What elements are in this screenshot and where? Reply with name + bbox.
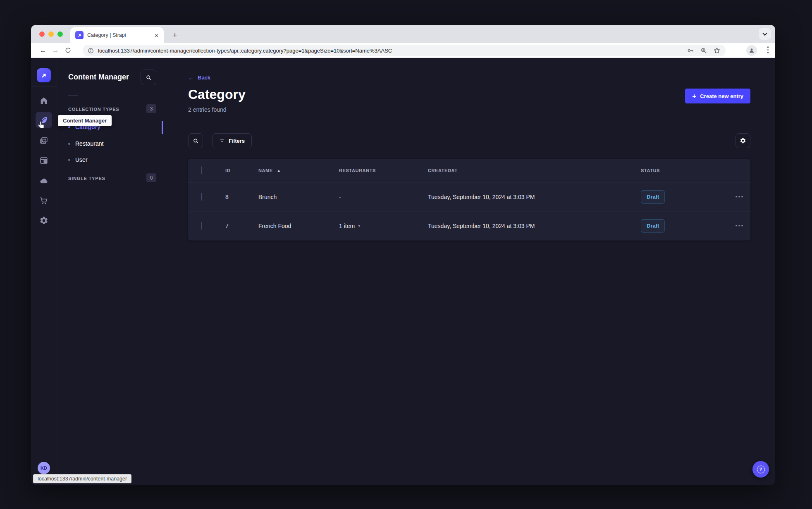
active-item-indicator bbox=[162, 121, 163, 134]
help-button[interactable]: ? bbox=[752, 461, 769, 478]
bookmark-star-icon[interactable] bbox=[713, 47, 721, 54]
filter-icon bbox=[219, 138, 225, 144]
column-header-createdat[interactable]: CREATEDAT bbox=[428, 168, 641, 173]
main-content: ← Back Category 2 entries found + Create… bbox=[163, 58, 775, 485]
create-new-entry-button[interactable]: + Create new entry bbox=[685, 89, 750, 103]
entries-count: 2 entries found bbox=[188, 106, 227, 113]
back-arrow-icon: ← bbox=[188, 74, 194, 81]
search-icon bbox=[193, 138, 199, 144]
table-row[interactable]: 7 French Food 1 item▾ Tuesday, September… bbox=[188, 211, 750, 240]
cell-createdat: Tuesday, September 10, 2024 at 3:03 PM bbox=[428, 223, 641, 229]
profile-avatar-icon[interactable] bbox=[746, 45, 757, 56]
strapi-app: KD Content Manager COLLECTION TYPES 3 Ca… bbox=[31, 58, 775, 485]
cell-name: Brunch bbox=[258, 194, 339, 200]
avatar-initials: KD bbox=[41, 466, 47, 471]
nav-media-library-button[interactable] bbox=[36, 132, 52, 149]
home-icon bbox=[39, 96, 48, 105]
subnav-title: Content Manager bbox=[68, 73, 129, 82]
shopping-cart-icon bbox=[39, 196, 48, 205]
plus-icon: + bbox=[692, 93, 696, 100]
bullet-icon bbox=[68, 159, 70, 161]
new-tab-button[interactable]: + bbox=[169, 29, 181, 41]
url-text[interactable]: localhost:1337/admin/content-manager/col… bbox=[98, 48, 687, 54]
bullet-icon bbox=[68, 126, 70, 128]
gear-icon bbox=[740, 137, 746, 144]
column-header-status[interactable]: STATUS bbox=[641, 168, 721, 173]
browser-tab-strip: Category | Strapi × + bbox=[31, 25, 775, 43]
nav-home-button[interactable] bbox=[36, 92, 52, 109]
strapi-favicon-icon bbox=[75, 31, 84, 39]
subnav-divider bbox=[68, 95, 78, 96]
table-row[interactable]: 8 Brunch - Tuesday, September 10, 2024 a… bbox=[188, 182, 750, 211]
browser-tab[interactable]: Category | Strapi × bbox=[70, 27, 164, 43]
zoom-window-button[interactable] bbox=[57, 31, 63, 37]
back-link[interactable]: ← Back bbox=[188, 74, 210, 81]
nav-divider bbox=[31, 86, 57, 86]
page-info-icon[interactable] bbox=[88, 48, 94, 54]
table-header-row: ID NAME▲ RESTAURANTS CREATEDAT STATUS bbox=[188, 159, 750, 182]
cell-id: 8 bbox=[225, 194, 258, 200]
list-search-button[interactable] bbox=[188, 133, 203, 148]
reload-button[interactable] bbox=[62, 47, 74, 54]
question-mark-icon: ? bbox=[757, 466, 765, 473]
back-button[interactable]: ← bbox=[37, 46, 49, 55]
cell-createdat: Tuesday, September 10, 2024 at 3:03 PM bbox=[428, 194, 641, 200]
row-checkbox[interactable] bbox=[201, 222, 202, 230]
cell-restaurants[interactable]: 1 item▾ bbox=[339, 223, 428, 229]
zoom-icon[interactable] bbox=[700, 47, 707, 54]
tab-strip-chevron-button[interactable] bbox=[759, 28, 771, 40]
tab-title: Category | Strapi bbox=[87, 32, 153, 38]
status-link-preview: localhost:1337/admin/content-manager bbox=[33, 474, 131, 483]
nav-tooltip: Content Manager bbox=[58, 115, 112, 126]
page-title: Category bbox=[188, 87, 246, 102]
nav-content-type-builder-button[interactable] bbox=[36, 152, 52, 169]
cloud-icon bbox=[39, 176, 48, 185]
column-header-restaurants[interactable]: RESTAURANTS bbox=[339, 168, 428, 173]
media-library-icon bbox=[39, 136, 48, 145]
nav-cloud-button[interactable] bbox=[36, 173, 52, 189]
nav-marketplace-button[interactable] bbox=[36, 192, 52, 209]
minimize-window-button[interactable] bbox=[48, 31, 54, 37]
column-header-id[interactable]: ID bbox=[225, 168, 258, 173]
row-actions-button[interactable] bbox=[736, 225, 750, 227]
close-window-button[interactable] bbox=[39, 31, 45, 37]
sort-ascending-icon: ▲ bbox=[277, 168, 281, 173]
status-badge: Draft bbox=[641, 190, 665, 204]
select-all-checkbox[interactable] bbox=[201, 166, 202, 174]
row-actions-button[interactable] bbox=[736, 196, 750, 198]
cell-name: French Food bbox=[258, 223, 339, 229]
sidebar-item-user[interactable]: User bbox=[68, 152, 88, 167]
content-type-builder-icon bbox=[39, 156, 48, 165]
pointer-cursor bbox=[37, 120, 46, 130]
close-tab-icon[interactable]: × bbox=[153, 32, 160, 39]
url-bar[interactable]: localhost:1337/admin/content-manager/col… bbox=[83, 45, 726, 56]
view-settings-button[interactable] bbox=[736, 133, 750, 148]
browser-toolbar: ← → localhost:1337/admin/content-manager… bbox=[31, 43, 775, 58]
bullet-icon bbox=[68, 143, 70, 145]
browser-menu-icon[interactable] bbox=[767, 46, 769, 53]
cell-restaurants: - bbox=[339, 194, 428, 200]
collection-types-label: COLLECTION TYPES bbox=[68, 107, 119, 112]
forward-button: → bbox=[49, 46, 62, 55]
browser-window: Category | Strapi × + ← → localhost:1337… bbox=[31, 25, 775, 485]
sidebar-item-restaurant[interactable]: Restaurant bbox=[68, 136, 103, 151]
collection-types-count-badge: 3 bbox=[146, 104, 156, 113]
row-checkbox[interactable] bbox=[201, 193, 202, 201]
single-types-count-badge: 0 bbox=[146, 173, 156, 182]
search-icon bbox=[146, 74, 152, 81]
omnibox-actions bbox=[687, 47, 721, 54]
status-badge: Draft bbox=[641, 219, 665, 233]
gear-icon bbox=[39, 216, 48, 225]
filters-button[interactable]: Filters bbox=[212, 133, 252, 148]
password-key-icon[interactable] bbox=[687, 47, 694, 54]
window-controls bbox=[39, 31, 63, 37]
strapi-logo[interactable] bbox=[37, 68, 51, 82]
nav-settings-button[interactable] bbox=[36, 212, 52, 229]
chevron-down-icon bbox=[762, 31, 767, 36]
single-types-label: SINGLE TYPES bbox=[68, 176, 105, 181]
cell-id: 7 bbox=[225, 223, 258, 229]
subnav-search-button[interactable] bbox=[141, 70, 156, 85]
column-header-name[interactable]: NAME▲ bbox=[258, 168, 339, 173]
entries-table: ID NAME▲ RESTAURANTS CREATEDAT STATUS 8 … bbox=[188, 159, 750, 240]
user-avatar[interactable]: KD bbox=[38, 462, 50, 474]
